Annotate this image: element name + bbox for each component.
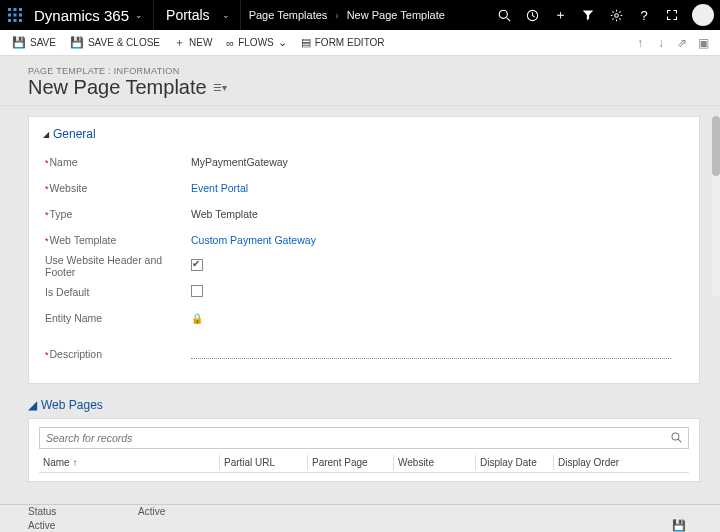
label-use-header-footer: Use Website Header and Footer xyxy=(43,254,191,278)
svg-point-12 xyxy=(614,13,618,17)
popup-icon[interactable]: ⇗ xyxy=(673,34,691,52)
status-value: Active xyxy=(138,506,165,517)
filter-icon[interactable] xyxy=(574,0,602,30)
webpages-collapse-icon[interactable]: ◢ xyxy=(28,398,37,412)
down-arrow-icon[interactable]: ↓ xyxy=(652,34,670,52)
lock-icon: 🔒 xyxy=(191,313,203,324)
top-nav: Dynamics 365 ⌄ Portals ⌄ Page Templates … xyxy=(0,0,720,30)
flow-icon: ∞ xyxy=(226,37,234,49)
general-panel: ◢ General Name MyPaymentGateway Website … xyxy=(28,116,700,384)
svg-rect-5 xyxy=(19,14,22,17)
col-display-date[interactable]: Display Date xyxy=(475,455,553,470)
svg-point-13 xyxy=(672,433,679,440)
form-editor-label: FORM EDITOR xyxy=(315,37,385,48)
plus-icon-small: ＋ xyxy=(174,35,185,50)
expand-icon[interactable]: ▣ xyxy=(694,34,712,52)
svg-line-10 xyxy=(506,17,510,21)
status-save-icon[interactable]: 💾 xyxy=(672,519,692,532)
general-collapse-icon[interactable]: ◢ xyxy=(43,130,49,139)
svg-rect-4 xyxy=(14,14,17,17)
section-portals[interactable]: Portals xyxy=(154,7,222,23)
save-close-button[interactable]: 💾SAVE & CLOSE xyxy=(66,34,164,51)
page-title: New Page Template xyxy=(28,76,207,99)
gear-icon[interactable] xyxy=(602,0,630,30)
content-area: ◢ General Name MyPaymentGateway Website … xyxy=(0,106,720,504)
field-name[interactable]: MyPaymentGateway xyxy=(191,156,685,168)
label-website: Website xyxy=(43,182,191,194)
waffle-icon[interactable] xyxy=(0,0,30,30)
svg-rect-0 xyxy=(8,8,11,11)
save-close-icon: 💾 xyxy=(70,36,84,49)
label-entity-name: Entity Name xyxy=(43,312,191,324)
search-input[interactable] xyxy=(46,432,671,444)
search-icon-small[interactable] xyxy=(671,432,682,445)
status-secondary-label: Active xyxy=(28,520,138,531)
form-header: PAGE TEMPLATE : INFORMATION New Page Tem… xyxy=(0,56,720,106)
webpages-panel: Name ↑ Partial URL Parent Page Website D… xyxy=(28,418,700,482)
svg-rect-6 xyxy=(8,19,11,22)
svg-rect-2 xyxy=(19,8,22,11)
up-arrow-icon[interactable]: ↑ xyxy=(631,34,649,52)
new-button[interactable]: ＋NEW xyxy=(170,33,216,52)
field-type[interactable]: Web Template xyxy=(191,208,685,220)
save-close-label: SAVE & CLOSE xyxy=(88,37,160,48)
save-button[interactable]: 💾SAVE xyxy=(8,34,60,51)
form-editor-button[interactable]: ▤FORM EDITOR xyxy=(297,34,389,51)
label-description: Description xyxy=(43,348,191,360)
plus-icon[interactable]: ＋ xyxy=(546,0,574,30)
new-label: NEW xyxy=(189,37,212,48)
field-web-template[interactable]: Custom Payment Gateway xyxy=(191,234,685,246)
search-icon[interactable] xyxy=(490,0,518,30)
title-menu-icon[interactable]: ☰▾ xyxy=(213,82,227,93)
label-is-default: Is Default xyxy=(43,286,191,298)
flows-button[interactable]: ∞FLOWS⌄ xyxy=(222,34,290,51)
svg-rect-8 xyxy=(19,19,22,22)
field-description[interactable] xyxy=(191,356,671,359)
scrollbar[interactable] xyxy=(712,116,720,296)
save-icon: 💾 xyxy=(12,36,26,49)
svg-rect-3 xyxy=(8,14,11,17)
col-display-order[interactable]: Display Order xyxy=(553,455,689,470)
command-bar: 💾SAVE 💾SAVE & CLOSE ＋NEW ∞FLOWS⌄ ▤FORM E… xyxy=(0,30,720,56)
general-heading: General xyxy=(53,127,96,141)
status-label: Status xyxy=(28,506,138,517)
field-website[interactable]: Event Portal xyxy=(191,182,685,194)
flows-label: FLOWS xyxy=(238,37,274,48)
checkbox-is-default[interactable] xyxy=(191,285,203,297)
save-label: SAVE xyxy=(30,37,56,48)
section-dropdown-icon[interactable]: ⌄ xyxy=(222,10,240,20)
label-name: Name xyxy=(43,156,191,168)
col-website[interactable]: Website xyxy=(393,455,475,470)
clock-icon[interactable] xyxy=(518,0,546,30)
form-editor-icon: ▤ xyxy=(301,36,311,49)
col-name[interactable]: Name ↑ xyxy=(39,455,219,470)
help-icon[interactable]: ? xyxy=(630,0,658,30)
breadcrumb-new-page-template[interactable]: New Page Template xyxy=(339,9,453,21)
svg-rect-7 xyxy=(14,19,17,22)
form-pretitle: PAGE TEMPLATE : INFORMATION xyxy=(28,66,702,76)
fullscreen-icon[interactable] xyxy=(658,0,686,30)
chevron-down-icon: ⌄ xyxy=(278,36,287,49)
status-bar: Status Active Active 💾 xyxy=(0,504,720,532)
webpages-heading: Web Pages xyxy=(41,398,103,412)
grid-header: Name ↑ Partial URL Parent Page Website D… xyxy=(39,455,689,473)
checkbox-use-header-footer[interactable] xyxy=(191,259,203,271)
search-input-wrap xyxy=(39,427,689,449)
scrollbar-thumb[interactable] xyxy=(712,116,720,176)
col-parent-page[interactable]: Parent Page xyxy=(307,455,393,470)
brand-dropdown-icon[interactable]: ⌄ xyxy=(135,10,153,20)
avatar[interactable] xyxy=(692,4,714,26)
svg-point-9 xyxy=(499,10,507,18)
col-partial-url[interactable]: Partial URL xyxy=(219,455,307,470)
brand-label[interactable]: Dynamics 365 xyxy=(30,7,135,24)
breadcrumb-page-templates[interactable]: Page Templates xyxy=(241,9,336,21)
svg-line-14 xyxy=(678,439,681,442)
svg-rect-1 xyxy=(14,8,17,11)
label-type: Type xyxy=(43,208,191,220)
label-web-template: Web Template xyxy=(43,234,191,246)
